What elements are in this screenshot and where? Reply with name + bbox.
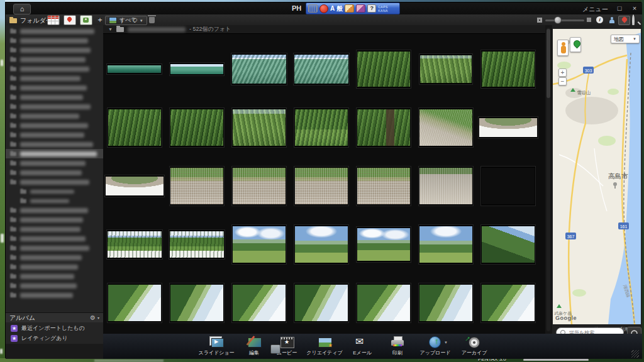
folder-list-item[interactable] bbox=[6, 215, 103, 224]
folder-list-item[interactable] bbox=[6, 290, 103, 300]
folder-list-item[interactable] bbox=[6, 196, 103, 206]
photo-thumbnail[interactable] bbox=[357, 227, 411, 262]
chevron-down-icon[interactable]: ▾ bbox=[97, 315, 99, 320]
photo-thumbnail[interactable] bbox=[357, 50, 411, 88]
photo-thumbnail[interactable] bbox=[105, 175, 164, 197]
photo-thumbnail[interactable] bbox=[419, 283, 473, 322]
folder-list-item[interactable] bbox=[6, 74, 103, 83]
media-filter-dropdown[interactable]: すべて ▼ bbox=[105, 16, 147, 25]
ime-pad-icon[interactable] bbox=[356, 4, 365, 13]
photo-thumbnail[interactable] bbox=[232, 283, 286, 322]
folder-list-item[interactable] bbox=[6, 187, 103, 196]
collapse-icon[interactable]: ▼ bbox=[108, 27, 113, 31]
photo-thumbnail[interactable] bbox=[170, 108, 224, 147]
folder-list-item[interactable] bbox=[6, 55, 103, 64]
action-edit[interactable]: 編集 bbox=[235, 336, 273, 356]
tab-calendar[interactable] bbox=[47, 15, 60, 25]
add-tab-button[interactable]: ＋ bbox=[95, 15, 105, 24]
ime-conversion-mode[interactable]: 般 bbox=[336, 4, 343, 13]
folder-list-item[interactable] bbox=[6, 272, 103, 281]
folder-list-item[interactable] bbox=[6, 102, 103, 111]
album-item-rated[interactable]: ★ レイティングあり bbox=[6, 334, 103, 343]
tab-folders[interactable]: フォルダー bbox=[9, 16, 52, 25]
action-archive[interactable]: ↑ アーカイブ bbox=[455, 336, 493, 356]
folder-list-item[interactable] bbox=[6, 253, 103, 262]
photo-thumbnail[interactable] bbox=[108, 283, 162, 322]
photo-thumbnail[interactable] bbox=[419, 108, 473, 147]
folder-list-item[interactable] bbox=[6, 121, 103, 130]
map-type-dropdown[interactable]: 地図 ▼ bbox=[611, 35, 640, 43]
albums-header[interactable]: アルバム ⚙ ▾ bbox=[6, 312, 103, 322]
action-slideshow[interactable]: ▶ スライドショー bbox=[197, 336, 235, 356]
photo-thumbnail[interactable] bbox=[294, 225, 348, 264]
folder-list-item[interactable] bbox=[6, 177, 103, 187]
folder-list-item[interactable] bbox=[6, 36, 103, 45]
folder-list-item[interactable] bbox=[6, 158, 103, 168]
photo-thumbnail[interactable] bbox=[419, 54, 472, 84]
pegman-control[interactable] bbox=[557, 40, 569, 56]
photo-thumbnail[interactable] bbox=[107, 230, 162, 259]
ime-pen-icon[interactable] bbox=[319, 4, 328, 13]
action-creative[interactable]: ★ クリエイティブ bbox=[306, 336, 343, 356]
photo-thumbnail[interactable] bbox=[170, 283, 224, 322]
folder-list-item[interactable] bbox=[6, 111, 103, 121]
photo-thumbnail[interactable] bbox=[481, 50, 535, 88]
folder-list-item[interactable] bbox=[6, 140, 103, 149]
photo-thumbnail[interactable] bbox=[232, 167, 286, 206]
photo-thumbnail[interactable] bbox=[481, 225, 535, 264]
photo-thumbnail[interactable] bbox=[419, 167, 473, 206]
photo-thumbnail[interactable] bbox=[294, 283, 348, 322]
gear-icon[interactable]: ⚙ bbox=[90, 314, 96, 321]
folder-list-item[interactable] bbox=[6, 130, 103, 140]
home-button[interactable]: ⌂ bbox=[13, 4, 31, 14]
photo-thumbnail[interactable] bbox=[170, 167, 224, 206]
green-pin-control[interactable] bbox=[570, 37, 581, 52]
map-canvas[interactable]: 303 367 161 雪谷山 高島市 武奈ケ岳 bbox=[553, 29, 641, 324]
photo-thumbnail[interactable] bbox=[294, 53, 349, 85]
ime-keyboard-icon[interactable] bbox=[308, 4, 318, 13]
ime-input-mode[interactable]: A bbox=[330, 5, 335, 12]
folder-list-item[interactable] bbox=[6, 168, 103, 177]
info-toggle-button[interactable]: i bbox=[594, 16, 605, 24]
zoom-slider-knob[interactable] bbox=[554, 16, 562, 24]
people-toggle-button[interactable] bbox=[606, 16, 617, 24]
folder-list-item-selected[interactable] bbox=[6, 149, 103, 158]
photo-thumbnail[interactable] bbox=[357, 283, 411, 322]
minimize-button[interactable]: – bbox=[601, 4, 611, 12]
tab-people[interactable] bbox=[80, 15, 92, 25]
ime-caps-kana[interactable]: CAPS KANA bbox=[378, 5, 388, 13]
delete-button[interactable] bbox=[149, 17, 155, 23]
places-toggle-button-active[interactable] bbox=[618, 16, 630, 25]
ime-toolbar[interactable]: A 般 ? CAPS KANA bbox=[306, 3, 400, 14]
grid-scrollbar-handle[interactable] bbox=[547, 29, 550, 98]
photo-thumbnail[interactable] bbox=[357, 108, 411, 147]
folder-list-item[interactable] bbox=[6, 45, 103, 55]
photo-thumbnail[interactable] bbox=[481, 167, 535, 206]
photo-thumbnail[interactable] bbox=[419, 225, 473, 264]
album-item-recent-imports[interactable]: ★ 最近インポートしたもの bbox=[6, 324, 103, 333]
folder-list-item[interactable] bbox=[6, 224, 103, 234]
photo-thumbnail[interactable] bbox=[294, 167, 348, 206]
folder-list-item[interactable] bbox=[6, 92, 103, 102]
folder-list-item[interactable] bbox=[6, 234, 103, 243]
photo-thumbnail[interactable] bbox=[107, 64, 162, 74]
photo-thumbnail[interactable] bbox=[169, 230, 225, 259]
folder-list-item[interactable] bbox=[6, 243, 103, 253]
folder-list-item[interactable] bbox=[6, 206, 103, 215]
photo-thumbnail[interactable] bbox=[479, 117, 538, 138]
map-zoom-out-button[interactable]: − bbox=[558, 77, 567, 85]
window-resize-grip[interactable] bbox=[631, 350, 639, 358]
action-print[interactable]: 印刷 bbox=[379, 336, 416, 356]
map-zoom-in-button[interactable]: + bbox=[558, 69, 567, 77]
ime-tools-icon[interactable] bbox=[345, 4, 354, 13]
photo-thumbnail[interactable] bbox=[170, 63, 224, 75]
photo-thumbnail[interactable] bbox=[481, 283, 535, 322]
ime-help-icon[interactable]: ? bbox=[367, 4, 376, 13]
refresh-button[interactable]: ↻ bbox=[131, 16, 138, 25]
photo-thumbnail[interactable] bbox=[232, 225, 286, 264]
photo-thumbnail[interactable] bbox=[231, 53, 287, 85]
action-upload[interactable]: ↑▼ アップロード bbox=[416, 336, 454, 356]
photo-thumbnail[interactable] bbox=[108, 108, 162, 147]
folder-list-item[interactable] bbox=[6, 83, 103, 92]
thumbnail-zoom-slider[interactable] bbox=[545, 19, 584, 21]
